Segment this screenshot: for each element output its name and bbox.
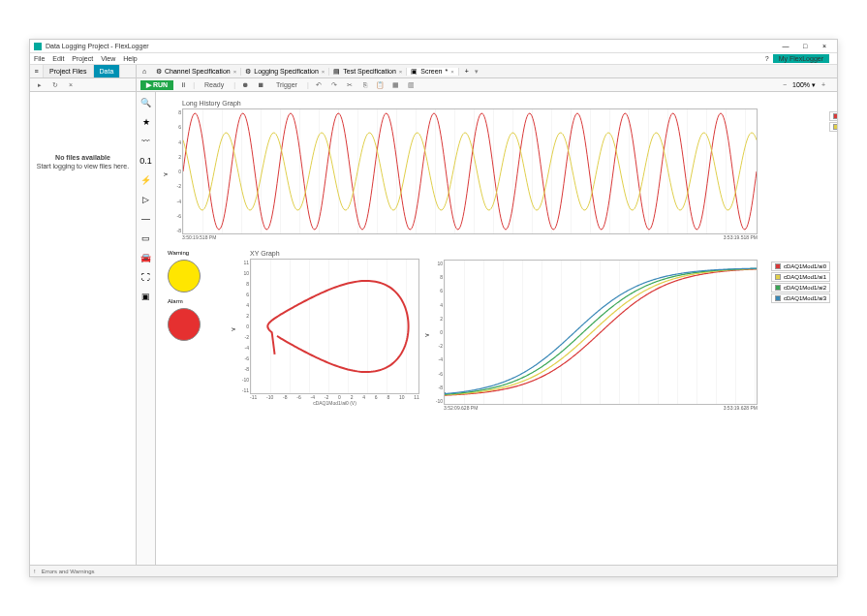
- long-history-graph[interactable]: V 86420-2-4-6-8: [182, 108, 758, 234]
- legend-item[interactable]: cDAQ1Mod1/ai3: [771, 293, 830, 303]
- window-title: Data Logging Project - FlexLogger: [46, 43, 777, 49]
- doc-tab-screen[interactable]: ▣ Screen * ×: [407, 68, 458, 76]
- titlebar: Data Logging Project - FlexLogger — □ ×: [30, 40, 837, 53]
- pause-icon[interactable]: ⏸: [177, 79, 189, 91]
- menubar: File Edit Project View Help ? My FlexLog…: [30, 53, 837, 65]
- warning-indicator: [168, 260, 201, 293]
- errors-warnings[interactable]: Errors and Warnings: [42, 569, 95, 574]
- body: No files available Start logging to view…: [30, 92, 837, 565]
- doc-tab-logging[interactable]: ⚙ Logging Specification ×: [241, 68, 329, 76]
- legend-item[interactable]: cDAQ1Mod1/ai1: [771, 272, 830, 282]
- delete-icon[interactable]: ×: [65, 79, 77, 91]
- palette-numeric-icon[interactable]: 0.1: [139, 154, 153, 168]
- legend-item[interactable]: cDAQ1Mod1/ai6: [829, 122, 837, 132]
- screen-icon: ▣: [411, 68, 418, 76]
- palette-star-icon[interactable]: ★: [139, 115, 153, 129]
- palette-line-icon[interactable]: —: [139, 212, 153, 226]
- paste-icon[interactable]: 📋: [375, 79, 387, 91]
- close-icon[interactable]: ×: [450, 69, 454, 75]
- zoom-in-icon[interactable]: +: [818, 79, 829, 91]
- palette-rect-icon[interactable]: ▭: [139, 231, 153, 245]
- menu-edit[interactable]: Edit: [52, 55, 64, 62]
- menu-help[interactable]: Help: [123, 55, 137, 62]
- zoom-out-icon[interactable]: −: [779, 79, 790, 91]
- tool-palette: 🔍 ★ 〰 0.1 ⚡ ▷ — ▭ 🚘 ⛶ ▣: [137, 92, 156, 565]
- trigger-label: Trigger: [270, 80, 303, 89]
- maximize-button[interactable]: □: [796, 41, 814, 52]
- doc-icon: ▤: [333, 68, 340, 76]
- graph-title-2: XY Graph: [250, 250, 419, 257]
- legend-item[interactable]: cDAQ1Mod1/ai4: [829, 111, 837, 121]
- my-flexlogger-button[interactable]: My FlexLogger: [773, 54, 829, 63]
- help-icon[interactable]: ?: [765, 55, 769, 62]
- palette-wave-icon[interactable]: 〰: [139, 135, 153, 148]
- legend-1: cDAQ1Mod1/ai4 cDAQ1Mod1/ai6: [829, 111, 837, 133]
- close-icon[interactable]: ×: [233, 69, 237, 75]
- undo-icon[interactable]: ↶: [313, 79, 325, 91]
- indicator-column: Warning Alarm: [168, 250, 226, 411]
- refresh-icon[interactable]: ↻: [49, 79, 61, 91]
- warning-label: Warning: [168, 250, 226, 256]
- record-icon[interactable]: ⏺: [239, 79, 251, 91]
- cut-icon[interactable]: ✂: [344, 79, 356, 91]
- menu-view[interactable]: View: [101, 55, 115, 62]
- legend-3: cDAQ1Mod1/ai0 cDAQ1Mod1/ai1 cDAQ1Mod1/ai…: [771, 262, 830, 304]
- close-icon[interactable]: ×: [399, 69, 403, 75]
- run-button[interactable]: ▶ RUN: [140, 80, 173, 90]
- close-icon[interactable]: ×: [322, 69, 325, 75]
- align-icon[interactable]: ▦: [390, 79, 402, 91]
- toolbar: ▸ ↻ × ▶ RUN ⏸ | Ready | ⏺ ⏹ Trigger | ↶ …: [30, 78, 837, 92]
- menu-file[interactable]: File: [34, 55, 45, 62]
- alarm-label: Alarm: [168, 298, 226, 304]
- tab-collapse-icon[interactable]: ≡: [30, 65, 44, 77]
- screen-canvas[interactable]: Long History Graph ⏸ ⊕ ⊖ ⟲ ↗ V 86420-2-4…: [156, 92, 837, 565]
- no-files-message: No files available Start logging to view…: [37, 154, 129, 169]
- palette-search-icon[interactable]: 🔍: [139, 96, 153, 109]
- time-graph[interactable]: V 1086420-2-4-6-8-10: [444, 260, 758, 405]
- palette-play-icon[interactable]: ▷: [139, 193, 153, 206]
- sidebar-data: No files available Start logging to view…: [30, 92, 137, 565]
- redo-icon[interactable]: ↷: [328, 79, 340, 91]
- tab-project-files[interactable]: Project Files: [44, 65, 94, 77]
- palette-expand-icon[interactable]: ⛶: [139, 270, 153, 284]
- app-icon: [34, 43, 42, 50]
- app-window: Data Logging Project - FlexLogger — □ × …: [29, 39, 838, 577]
- close-button[interactable]: ×: [816, 41, 833, 52]
- gear-icon: ⚙: [245, 68, 251, 76]
- graph-title-1: Long History Graph: [182, 100, 758, 107]
- add-tab-button[interactable]: +: [459, 68, 475, 75]
- menu-project[interactable]: Project: [72, 55, 93, 62]
- palette-screen-icon[interactable]: ▣: [139, 290, 153, 303]
- copy-icon[interactable]: ⎘: [359, 79, 371, 91]
- group-icon[interactable]: ▥: [406, 79, 418, 91]
- legend-item[interactable]: cDAQ1Mod1/ai0: [771, 262, 830, 271]
- alarm-indicator: [168, 308, 201, 341]
- doc-tab-test[interactable]: ▤ Test Specification ×: [329, 68, 407, 76]
- stop-icon[interactable]: ⏹: [255, 79, 266, 91]
- status-ready: Ready: [199, 80, 230, 89]
- xy-xlabel: cDAQ1Mod1/ai0 (V): [250, 400, 419, 406]
- zoom-value[interactable]: 100%: [792, 81, 810, 88]
- palette-car-icon[interactable]: 🚘: [139, 251, 153, 264]
- expand-icon[interactable]: ▸: [34, 79, 46, 91]
- minimize-button[interactable]: —: [777, 41, 794, 52]
- tabbar: ≡ Project Files Data ⌂ ⚙ Channel Specifi…: [30, 65, 837, 78]
- doc-tab-channel[interactable]: ⚙ Channel Specification ×: [152, 68, 241, 76]
- home-icon[interactable]: ⌂: [137, 68, 152, 75]
- legend-item[interactable]: cDAQ1Mod1/ai2: [771, 283, 830, 293]
- statusbar: ! Errors and Warnings: [30, 565, 837, 576]
- tab-data[interactable]: Data: [94, 65, 121, 77]
- xy-graph[interactable]: V 111086420-2-4-6-8-10-11: [250, 259, 419, 394]
- gear-icon: ⚙: [156, 68, 162, 76]
- palette-bolt-icon[interactable]: ⚡: [139, 173, 153, 187]
